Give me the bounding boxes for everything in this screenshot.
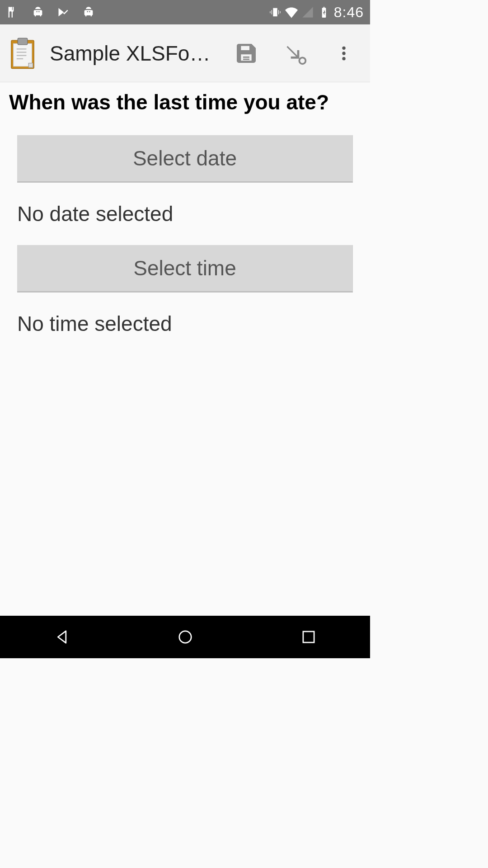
date-selected-value: No date selected xyxy=(7,183,363,245)
select-time-button[interactable]: Select time xyxy=(17,245,353,292)
app-title: Sample XLSFo… xyxy=(50,41,216,66)
battery-charging-icon xyxy=(318,6,330,19)
svg-rect-7 xyxy=(28,63,33,67)
svg-point-12 xyxy=(342,52,345,55)
jump-to-button[interactable] xyxy=(277,35,313,71)
vibrate-icon xyxy=(269,6,282,19)
clipboard-icon xyxy=(8,37,37,70)
save-button[interactable] xyxy=(228,35,264,71)
status-left-icons xyxy=(6,6,95,19)
app-bar: Sample XLSFo… xyxy=(0,24,370,82)
play-check-icon xyxy=(57,6,70,19)
navigation-bar xyxy=(0,616,370,658)
svg-rect-15 xyxy=(303,632,314,642)
status-bar: 8:46 xyxy=(0,0,370,24)
home-button[interactable] xyxy=(149,616,221,658)
svg-point-14 xyxy=(179,631,191,643)
question-text: When was the last time you ate? xyxy=(7,90,363,114)
svg-rect-8 xyxy=(243,57,249,58)
cellular-empty-icon xyxy=(301,6,314,19)
more-options-icon[interactable] xyxy=(326,35,362,71)
svg-point-11 xyxy=(342,46,345,49)
svg-point-13 xyxy=(342,57,345,60)
overview-button[interactable] xyxy=(272,616,345,658)
time-selected-value: No time selected xyxy=(7,292,363,355)
android-icon-2 xyxy=(82,6,95,19)
status-right-icons: 8:46 xyxy=(269,4,364,21)
android-icon xyxy=(32,6,44,19)
wifi-icon xyxy=(285,6,298,19)
restaurant-icon xyxy=(6,6,19,19)
form-content: When was the last time you ate? Select d… xyxy=(0,82,370,363)
back-button[interactable] xyxy=(26,616,98,658)
status-time: 8:46 xyxy=(334,4,364,21)
svg-rect-9 xyxy=(243,58,249,60)
svg-point-10 xyxy=(299,57,305,64)
select-date-button[interactable]: Select date xyxy=(17,135,353,183)
svg-rect-2 xyxy=(18,38,28,44)
